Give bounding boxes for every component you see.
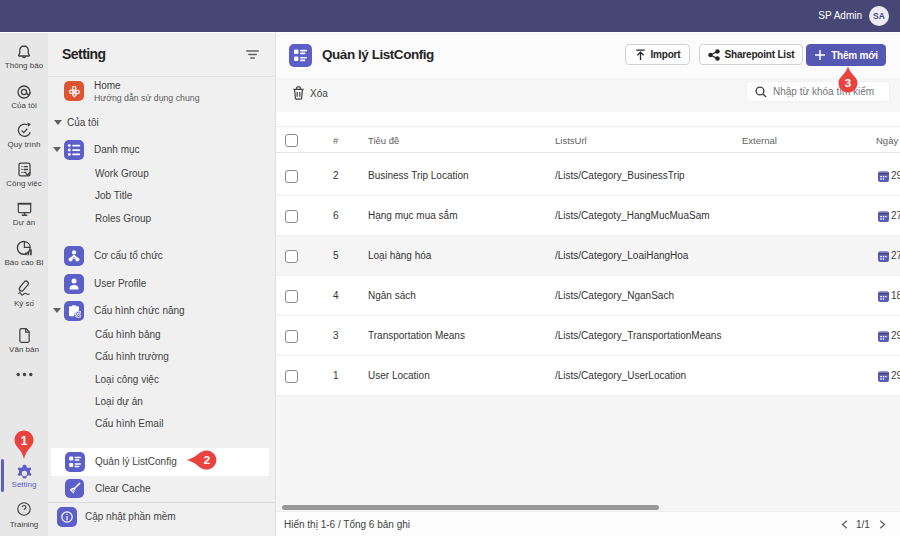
svg-text:2: 2 — [204, 454, 210, 466]
svg-text:1: 1 — [21, 434, 28, 448]
svg-text:3: 3 — [845, 77, 851, 89]
